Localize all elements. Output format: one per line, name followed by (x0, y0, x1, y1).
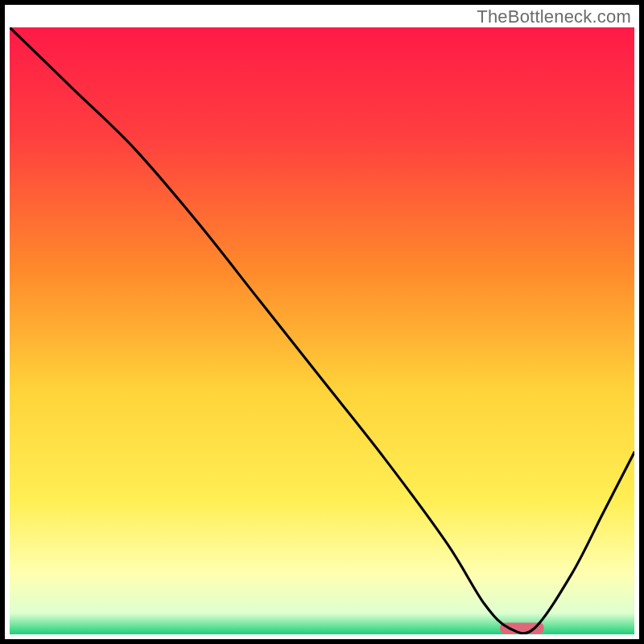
chart-frame: TheBottleneck.com (0, 0, 644, 644)
bottleneck-curve-chart (10, 27, 634, 634)
watermark-text: TheBottleneck.com (477, 6, 631, 27)
plot-area (10, 27, 634, 634)
